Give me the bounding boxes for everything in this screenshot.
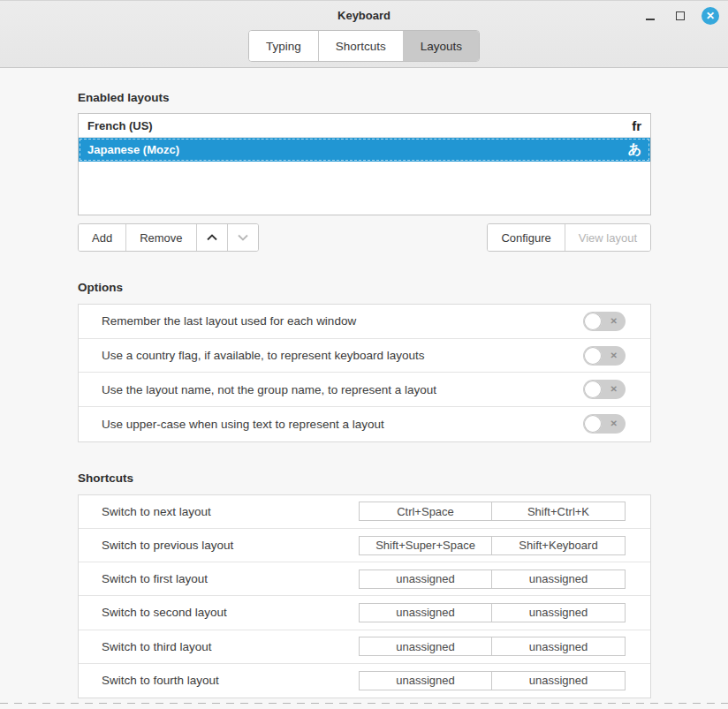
tab-typing-label: Typing — [266, 40, 301, 53]
layout-name: French (US) — [87, 119, 632, 132]
keybinding-button[interactable]: unassigned — [359, 603, 492, 622]
tab-group: Typing Shortcuts Layouts — [248, 30, 480, 62]
tab-bar: Typing Shortcuts Layouts — [0, 30, 728, 62]
shortcut-row-fourth-layout: Switch to fourth layout unassigned unass… — [79, 664, 650, 698]
shortcut-label: Switch to next layout — [102, 505, 359, 518]
close-icon: ✕ — [706, 11, 715, 21]
keybinding-button[interactable]: Shift+Ctrl+K — [492, 502, 626, 521]
configure-label: Configure — [501, 231, 550, 245]
keybinding-button[interactable]: Shift+Super+Space — [359, 536, 492, 555]
option-label: Use upper-case when using text to repres… — [102, 418, 583, 431]
keybinding-pair: Shift+Super+Space Shift+Keyboard — [359, 536, 626, 555]
add-layout-button[interactable]: Add — [79, 224, 126, 251]
maximize-button[interactable] — [671, 7, 689, 25]
move-layout-up-button[interactable] — [197, 224, 228, 251]
view-layout-button[interactable]: View layout — [565, 224, 650, 251]
shortcut-row-previous-layout: Switch to previous layout Shift+Super+Sp… — [79, 529, 650, 562]
upper-case-toggle[interactable]: ✕ — [583, 414, 626, 434]
chevron-down-icon — [236, 230, 250, 245]
shortcut-label: Switch to first layout — [102, 572, 359, 585]
window-title: Keyboard — [0, 9, 728, 22]
options-card: Remember the last layout used for each w… — [78, 304, 651, 442]
shortcut-label: Switch to third layout — [102, 640, 359, 653]
toggle-off-icon: ✕ — [610, 384, 618, 394]
option-label: Remember the last layout used for each w… — [102, 314, 583, 328]
option-row-remember-layout: Remember the last layout used for each w… — [79, 305, 650, 339]
keybinding-button[interactable]: unassigned — [492, 671, 626, 690]
shortcut-label: Switch to previous layout — [102, 539, 359, 552]
keybinding-pair: unassigned unassigned — [359, 637, 626, 656]
keybinding-button[interactable]: Ctrl+Space — [359, 502, 492, 521]
options-heading: Options — [78, 281, 651, 294]
shortcut-row-third-layout: Switch to third layout unassigned unassi… — [79, 630, 650, 664]
layout-indicator: fr — [632, 118, 641, 133]
keybinding-button[interactable]: Shift+Keyboard — [492, 536, 626, 555]
tab-layouts[interactable]: Layouts — [404, 31, 479, 61]
tab-layouts-label: Layouts — [421, 40, 462, 53]
enabled-layouts-list: French (US) fr Japanese (Mozc) あ — [78, 113, 651, 215]
layout-name: Japanese (Mozc) — [87, 143, 628, 156]
keybinding-button[interactable]: unassigned — [359, 637, 492, 656]
shortcut-label: Switch to fourth layout — [102, 674, 359, 687]
toggle-off-icon: ✕ — [610, 316, 618, 326]
option-row-upper-case: Use upper-case when using text to repres… — [79, 407, 650, 441]
keybinding-pair: Ctrl+Space Shift+Ctrl+K — [359, 502, 626, 521]
move-layout-down-button[interactable] — [228, 224, 258, 251]
keybinding-pair: unassigned unassigned — [359, 671, 626, 690]
minimize-button[interactable] — [641, 7, 659, 25]
toggle-knob — [584, 347, 602, 365]
maximize-icon — [676, 11, 685, 20]
shortcut-row-next-layout: Switch to next layout Ctrl+Space Shift+C… — [79, 495, 650, 529]
layout-tools-button-group: Configure View layout — [487, 223, 651, 252]
layout-name-toggle[interactable]: ✕ — [583, 380, 626, 399]
shortcut-row-first-layout: Switch to first layout unassigned unassi… — [79, 562, 650, 596]
layout-edit-button-group: Add Remove — [78, 223, 259, 252]
country-flag-toggle[interactable]: ✕ — [583, 346, 626, 366]
close-button[interactable]: ✕ — [701, 7, 719, 25]
keybinding-button[interactable]: unassigned — [359, 569, 492, 589]
shortcuts-heading: Shortcuts — [78, 471, 651, 485]
remember-layout-toggle[interactable]: ✕ — [583, 312, 626, 331]
enabled-layouts-heading: Enabled layouts — [78, 91, 651, 104]
titlebar[interactable]: Keyboard ✕ — [0, 1, 728, 30]
layout-list-actions: Add Remove Configure View layout — [78, 223, 651, 252]
toggle-off-icon: ✕ — [610, 419, 618, 429]
option-label: Use a country flag, if available, to rep… — [102, 349, 583, 362]
shortcut-row-second-layout: Switch to second layout unassigned unass… — [79, 596, 650, 630]
keybinding-button[interactable]: unassigned — [492, 569, 626, 589]
layout-indicator: あ — [628, 141, 641, 158]
toggle-knob — [584, 313, 602, 330]
keybinding-button[interactable]: unassigned — [492, 603, 626, 622]
remove-layout-label: Remove — [140, 231, 182, 245]
shortcut-label: Switch to second layout — [102, 606, 359, 619]
keybinding-button[interactable]: unassigned — [492, 637, 626, 656]
chevron-up-icon — [205, 230, 219, 245]
window-controls: ✕ — [641, 6, 719, 26]
toggle-knob — [584, 381, 602, 398]
tab-shortcuts-label: Shortcuts — [336, 40, 386, 53]
option-row-country-flag: Use a country flag, if available, to rep… — [79, 339, 650, 373]
layout-row-japanese[interactable]: Japanese (Mozc) あ — [79, 138, 650, 162]
remove-layout-button[interactable]: Remove — [126, 224, 196, 251]
tab-shortcuts[interactable]: Shortcuts — [319, 31, 404, 61]
add-layout-label: Add — [92, 231, 112, 245]
keybinding-button[interactable]: unassigned — [359, 671, 492, 690]
shortcuts-card: Switch to next layout Ctrl+Space Shift+C… — [78, 494, 651, 698]
configure-button[interactable]: Configure — [488, 224, 565, 251]
scroll-undershoot-indicator — [0, 703, 728, 704]
keybinding-pair: unassigned unassigned — [359, 569, 626, 589]
option-label: Use the layout name, not the group name,… — [102, 383, 583, 396]
layout-row-french[interactable]: French (US) fr — [79, 114, 650, 138]
toggle-knob — [584, 415, 602, 433]
keybinding-pair: unassigned unassigned — [359, 603, 626, 622]
view-layout-label: View layout — [579, 231, 637, 245]
option-row-layout-name: Use the layout name, not the group name,… — [79, 373, 650, 407]
window-header: Keyboard ✕ Typing Shortcuts Layouts — [0, 1, 728, 68]
layouts-page: Enabled layouts French (US) fr Japanese … — [0, 91, 728, 698]
minimize-icon — [646, 19, 655, 20]
toggle-off-icon: ✕ — [610, 351, 618, 360]
tab-typing[interactable]: Typing — [249, 31, 319, 61]
